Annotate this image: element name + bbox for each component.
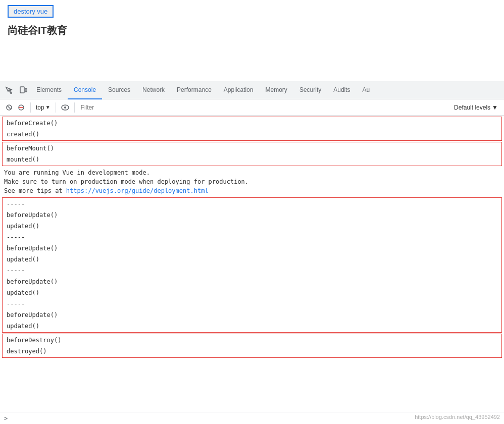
console-line: beforeUpdate() [3,276,501,287]
console-line: updated() [3,287,501,298]
vue-deployment-link[interactable]: https://vuejs.org/guide/deployment.html [66,187,209,194]
console-line: updated() [3,221,501,232]
device-icon[interactable] [16,83,30,97]
tab-au[interactable]: Au [357,81,376,99]
console-line: beforeMount() [3,143,501,154]
destory-vue-button[interactable]: destory vue [8,5,54,18]
console-line: destroyed() [3,346,501,357]
console-line: beforeCreate() [3,118,501,129]
console-line: mounted() [3,154,501,165]
devtools-tab-bar: Elements Console Sources Network Perform… [0,81,504,99]
console-line: updated() [3,321,501,332]
console-line: updated() [3,254,501,265]
console-line: ----- [3,198,501,209]
default-levels-selector[interactable]: Default levels ▼ [451,104,501,111]
tab-application[interactable]: Application [218,81,260,99]
page-content: destory vue 尚硅谷IT教育 [0,0,504,81]
clear-console-button[interactable] [3,101,15,114]
levels-chevron-icon: ▼ [492,104,498,111]
tab-network[interactable]: Network [136,81,171,99]
devtools-panel: Elements Console Sources Network Perform… [0,81,504,424]
svg-rect-1 [25,88,27,92]
toolbar-divider2 [56,102,56,113]
toolbar-divider3 [74,102,75,113]
eye-icon[interactable] [59,101,71,114]
lifecycle-group-1: beforeCreate() created() [2,117,502,141]
console-line: beforeDestroy() [3,335,501,346]
console-toolbar: top ▼ Default levels ▼ [0,99,504,116]
svg-rect-0 [20,87,24,93]
tab-console[interactable]: Console [68,81,102,99]
svg-point-7 [64,107,66,109]
console-output: beforeCreate() created() beforeMount() m… [0,116,504,412]
watermark: https://blog.csdn.net/qq_43952492 [415,414,500,420]
console-line: ----- [3,265,501,276]
console-line: created() [3,129,501,140]
filter-icon[interactable] [15,101,27,114]
context-label: top [36,104,44,111]
console-info-line: You are running Vue in development mode.… [0,167,504,196]
console-line: ----- [3,232,501,243]
lifecycle-group-2: beforeMount() mounted() [2,142,502,166]
filter-input[interactable] [78,104,451,111]
context-selector[interactable]: top ▼ [34,104,53,111]
tab-memory[interactable]: Memory [260,81,293,99]
default-levels-label: Default levels [454,104,490,111]
lifecycle-group-3: ----- beforeUpdate() updated() ----- bef… [2,197,502,333]
page-title: 尚硅谷IT教育 [8,24,496,37]
tab-audits[interactable]: Audits [327,81,356,99]
lifecycle-group-4: beforeDestroy() destroyed() [2,334,502,358]
console-line: beforeUpdate() [3,243,501,254]
toolbar-divider [30,102,31,113]
tab-performance[interactable]: Performance [171,81,218,99]
console-line: ----- [3,298,501,309]
tab-sources[interactable]: Sources [102,81,136,99]
console-line: beforeUpdate() [3,309,501,321]
tab-security[interactable]: Security [293,81,327,99]
tab-elements[interactable]: Elements [30,81,68,99]
console-line: beforeUpdate() [3,209,501,221]
chevron-down-icon: ▼ [45,104,51,110]
svg-line-3 [8,106,11,109]
console-prompt: > [4,415,8,422]
inspect-icon[interactable] [2,83,16,97]
